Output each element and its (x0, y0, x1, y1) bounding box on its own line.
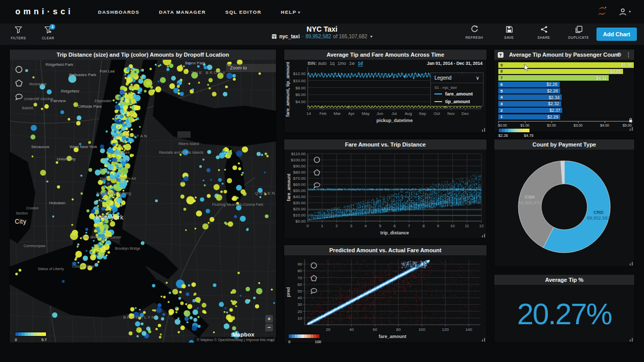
zoom-out-button[interactable]: − (265, 324, 273, 331)
draw-polygon-tool[interactable] (310, 274, 319, 283)
svg-text:140: 140 (465, 327, 472, 332)
draw-lasso-tool[interactable] (310, 287, 319, 296)
svg-text:May: May (362, 111, 370, 116)
duplicate-button[interactable]: DUPLICATE (567, 26, 590, 39)
zoom-in-button[interactable]: + (265, 315, 273, 323)
svg-text:80: 80 (396, 327, 401, 332)
fare-scatter-points[interactable] (308, 154, 481, 221)
gear-icon[interactable]: ⚙ (616, 50, 622, 60)
zoom-to-button[interactable]: Zoom to (226, 64, 276, 72)
bin-option-1mo[interactable]: 1mo (338, 61, 347, 66)
draw-lasso-tool[interactable] (14, 92, 24, 102)
resize-handle[interactable] (629, 337, 633, 342)
map-canvas[interactable]: Ridgefield ParkFort LeePalisades ParkMoo… (10, 60, 276, 343)
map-label: Palisades Park (69, 73, 97, 77)
bar-value: $2.32 (548, 101, 559, 106)
draw-circle-tool[interactable] (313, 156, 322, 165)
funnel-icon (14, 26, 22, 34)
panel-pred-scatter: Predicted Amount vs. Actual Fare Amount … (284, 245, 487, 343)
bar-passenger-9[interactable]: 9$5.06 (498, 62, 634, 68)
map-label: Cliffside Park (78, 104, 102, 109)
svg-text:$8.00: $8.00 (295, 86, 306, 90)
panel-title: Count by Payment Type (494, 139, 634, 150)
draw-lasso-tool[interactable] (313, 181, 322, 190)
bar-color-legend: $2.26 $4.75 (498, 128, 630, 138)
bar-passenger-6[interactable]: 6$2.26 (498, 82, 560, 87)
svg-text:40: 40 (349, 327, 354, 332)
resize-handle[interactable] (481, 128, 485, 132)
svg-text:3: 3 (350, 224, 353, 228)
map-label: Hoboken (49, 201, 65, 205)
bin-option-auto[interactable]: auto (318, 61, 327, 66)
bar-passenger-1[interactable]: 1$2.29 (498, 114, 560, 120)
resize-handle[interactable] (629, 261, 633, 266)
resize-handle[interactable] (481, 337, 485, 342)
map-label: Brooklyn Bridge (115, 247, 141, 251)
svg-text:9: 9 (437, 224, 440, 228)
svg-text:30: 30 (297, 302, 302, 307)
date-range[interactable]: Jan 01, 2014 - Dec 31, 2014 (427, 61, 482, 66)
user-menu[interactable]: ▾ (618, 8, 631, 16)
bar-category: 3 (500, 102, 502, 106)
user-icon (618, 8, 627, 16)
map-label: West New York (70, 144, 98, 149)
bar-row: 4$2.34 (498, 94, 630, 100)
nav-item-sql-editor[interactable]: SQL EDITOR (225, 9, 262, 15)
legend-source: S1 - nyc_taxi (431, 83, 483, 90)
svg-text:$70.00: $70.00 (293, 176, 306, 181)
share-button[interactable]: SHARE (533, 26, 555, 39)
legend-row-tip_amount[interactable]: tip_amount (431, 98, 483, 106)
legend-row-fare_amount[interactable]: fare_amount (431, 90, 483, 98)
resize-handle[interactable] (481, 233, 485, 237)
svg-text:pickup_datetime: pickup_datetime (376, 118, 412, 123)
draw-circle-tool[interactable] (310, 261, 319, 271)
bin-option-1q[interactable]: 1q (330, 61, 334, 66)
add-chart-button[interactable]: Add Chart (596, 28, 637, 41)
bar-passenger-4[interactable]: 4$2.34 (498, 94, 562, 100)
jupyter-icon[interactable] (597, 6, 607, 18)
nav-item-help[interactable]: HELP▾ (281, 9, 301, 15)
bar-value: $4.11 (596, 76, 607, 81)
save-button[interactable]: SAVE (498, 26, 520, 39)
bar-value: $2.26 (546, 82, 557, 87)
draw-polygon-tool[interactable] (313, 168, 322, 178)
map-label: Colonels Row (72, 264, 95, 268)
bin-option-1w[interactable]: 1w (349, 61, 355, 66)
refresh-button[interactable]: REFRESH (463, 26, 486, 39)
bar-passenger-3[interactable]: 3$2.32 (498, 101, 561, 107)
bar-passenger-5[interactable]: 5$2.28 (498, 88, 560, 94)
map-label: New York (96, 214, 124, 221)
chart-filter-icon[interactable] (497, 51, 504, 58)
svg-text:50: 50 (297, 289, 302, 294)
svg-text:6: 6 (394, 224, 396, 228)
panel-map: Trip Distance (size) and Tip (color) Amo… (9, 49, 277, 343)
bar-passenger-2[interactable]: 2$2.37 (498, 108, 562, 113)
bar-passenger-7[interactable]: 7$4.11 (498, 75, 609, 81)
bar-passenger-8[interactable]: 8$4.65 (498, 69, 623, 75)
nav-item-data-manager[interactable]: DATA MANAGER (159, 9, 206, 15)
legend-header[interactable]: Legend ∨ (431, 73, 483, 83)
svg-text:$20.00: $20.00 (293, 207, 306, 211)
svg-text:60: 60 (373, 327, 377, 332)
draw-circle-tool[interactable] (14, 65, 24, 74)
bar-category: 5 (500, 89, 502, 93)
svg-text:Oct: Oct (433, 111, 440, 116)
svg-text:Dec: Dec (462, 111, 469, 116)
kebab-icon[interactable]: ⋮ (626, 50, 631, 60)
panel-title: Average Tip Amount by Passenger Count (509, 52, 619, 58)
donut-value: 89,952,582 (587, 215, 610, 221)
bin-option-1d[interactable]: 1d (358, 61, 363, 66)
map-label: Bronx Park (185, 61, 206, 65)
nav-item-dashboards[interactable]: DASHBOARDS (98, 9, 140, 15)
improve-map-link[interactable]: Improve this map (246, 338, 273, 342)
svg-text:0: 0 (307, 224, 309, 228)
svg-text:trip_distance: trip_distance (380, 230, 409, 235)
chevron-down-icon: ▾ (298, 10, 301, 15)
draw-polygon-tool[interactable] (14, 79, 24, 88)
map-label: Croxton (26, 206, 39, 210)
omnisci-logo[interactable]: omni·sci (15, 7, 74, 16)
map-label: Museum of Modern Art (100, 177, 136, 180)
resize-handle[interactable] (629, 127, 633, 131)
pred-scatter-points[interactable] (305, 259, 480, 325)
bar-row: 8$4.65 (498, 69, 630, 75)
